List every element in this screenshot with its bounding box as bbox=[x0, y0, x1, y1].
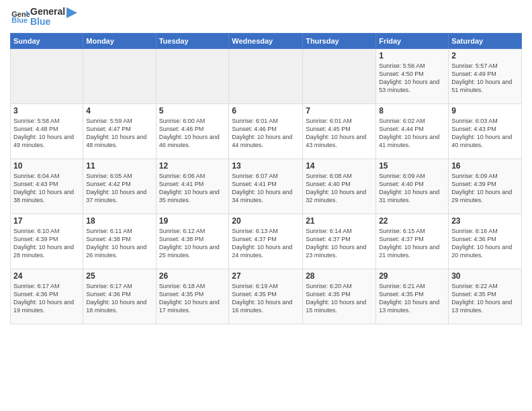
calendar-cell: 28Sunrise: 6:20 AM Sunset: 4:35 PM Dayli… bbox=[303, 269, 376, 324]
day-info: Sunrise: 6:02 AM Sunset: 4:44 PM Dayligh… bbox=[379, 117, 445, 150]
calendar-cell: 14Sunrise: 6:08 AM Sunset: 4:40 PM Dayli… bbox=[303, 158, 376, 214]
day-info: Sunrise: 5:58 AM Sunset: 4:48 PM Dayligh… bbox=[13, 117, 80, 150]
calendar-cell: 3Sunrise: 5:58 AM Sunset: 4:48 PM Daylig… bbox=[11, 103, 83, 158]
calendar-cell: 12Sunrise: 6:06 AM Sunset: 4:41 PM Dayli… bbox=[156, 158, 229, 214]
day-info: Sunrise: 6:00 AM Sunset: 4:46 PM Dayligh… bbox=[159, 117, 226, 150]
day-info: Sunrise: 6:22 AM Sunset: 4:35 PM Dayligh… bbox=[451, 282, 519, 315]
day-number: 12 bbox=[159, 161, 226, 171]
week-row-4: 17Sunrise: 6:10 AM Sunset: 4:39 PM Dayli… bbox=[11, 214, 522, 269]
week-row-1: 1Sunrise: 5:56 AM Sunset: 4:50 PM Daylig… bbox=[11, 48, 522, 103]
page: General Blue General Blue SundayMondayTu… bbox=[0, 0, 532, 411]
day-number: 17 bbox=[13, 216, 80, 226]
day-number: 18 bbox=[86, 216, 152, 226]
calendar-cell: 13Sunrise: 6:07 AM Sunset: 4:41 PM Dayli… bbox=[229, 158, 303, 214]
week-row-2: 3Sunrise: 5:58 AM Sunset: 4:48 PM Daylig… bbox=[11, 103, 522, 158]
day-info: Sunrise: 6:20 AM Sunset: 4:35 PM Dayligh… bbox=[306, 282, 373, 315]
weekday-header-thursday: Thursday bbox=[303, 33, 376, 48]
calendar-cell: 23Sunrise: 6:16 AM Sunset: 4:36 PM Dayli… bbox=[449, 214, 522, 269]
weekday-header-wednesday: Wednesday bbox=[229, 33, 303, 48]
day-info: Sunrise: 5:57 AM Sunset: 4:49 PM Dayligh… bbox=[451, 62, 519, 95]
day-info: Sunrise: 6:03 AM Sunset: 4:43 PM Dayligh… bbox=[451, 117, 519, 150]
day-info: Sunrise: 6:21 AM Sunset: 4:35 PM Dayligh… bbox=[379, 282, 445, 315]
svg-text:Blue: Blue bbox=[11, 17, 28, 25]
day-number: 1 bbox=[379, 51, 445, 60]
day-number: 27 bbox=[232, 271, 300, 281]
day-number: 29 bbox=[379, 271, 445, 281]
calendar-cell: 11Sunrise: 6:05 AM Sunset: 4:42 PM Dayli… bbox=[83, 158, 156, 214]
calendar-cell: 22Sunrise: 6:15 AM Sunset: 4:37 PM Dayli… bbox=[376, 214, 449, 269]
day-number: 3 bbox=[13, 106, 80, 116]
logo: General Blue General Blue bbox=[10, 7, 77, 28]
calendar-cell: 7Sunrise: 6:01 AM Sunset: 4:45 PM Daylig… bbox=[303, 103, 376, 158]
day-number: 11 bbox=[86, 161, 152, 171]
day-number: 14 bbox=[306, 161, 373, 171]
calendar-cell: 10Sunrise: 6:04 AM Sunset: 4:43 PM Dayli… bbox=[11, 158, 83, 214]
calendar-cell: 24Sunrise: 6:17 AM Sunset: 4:36 PM Dayli… bbox=[11, 269, 83, 324]
week-row-3: 10Sunrise: 6:04 AM Sunset: 4:43 PM Dayli… bbox=[11, 158, 522, 214]
logo-arrow-icon bbox=[66, 7, 77, 21]
day-info: Sunrise: 6:11 AM Sunset: 4:38 PM Dayligh… bbox=[86, 227, 152, 260]
calendar-cell: 17Sunrise: 6:10 AM Sunset: 4:39 PM Dayli… bbox=[11, 214, 83, 269]
calendar-cell: 21Sunrise: 6:14 AM Sunset: 4:37 PM Dayli… bbox=[303, 214, 376, 269]
day-number: 19 bbox=[159, 216, 226, 226]
day-number: 21 bbox=[306, 216, 373, 226]
day-info: Sunrise: 6:18 AM Sunset: 4:35 PM Dayligh… bbox=[159, 282, 226, 315]
calendar-cell: 30Sunrise: 6:22 AM Sunset: 4:35 PM Dayli… bbox=[449, 269, 522, 324]
day-number: 13 bbox=[232, 161, 300, 171]
calendar-cell: 27Sunrise: 6:19 AM Sunset: 4:35 PM Dayli… bbox=[229, 269, 303, 324]
calendar-cell: 2Sunrise: 5:57 AM Sunset: 4:49 PM Daylig… bbox=[449, 48, 522, 103]
day-info: Sunrise: 6:17 AM Sunset: 4:36 PM Dayligh… bbox=[13, 282, 80, 315]
calendar-cell: 19Sunrise: 6:12 AM Sunset: 4:38 PM Dayli… bbox=[156, 214, 229, 269]
day-number: 20 bbox=[232, 216, 300, 226]
calendar-cell: 29Sunrise: 6:21 AM Sunset: 4:35 PM Dayli… bbox=[376, 269, 449, 324]
day-info: Sunrise: 6:07 AM Sunset: 4:41 PM Dayligh… bbox=[232, 172, 300, 205]
day-info: Sunrise: 5:59 AM Sunset: 4:47 PM Dayligh… bbox=[86, 117, 152, 150]
calendar-cell: 4Sunrise: 5:59 AM Sunset: 4:47 PM Daylig… bbox=[83, 103, 156, 158]
weekday-header-friday: Friday bbox=[376, 33, 449, 48]
day-number: 4 bbox=[86, 106, 152, 116]
calendar-body: 1Sunrise: 5:56 AM Sunset: 4:50 PM Daylig… bbox=[11, 48, 522, 324]
day-number: 9 bbox=[451, 106, 519, 116]
day-info: Sunrise: 6:01 AM Sunset: 4:45 PM Dayligh… bbox=[306, 117, 373, 150]
day-number: 28 bbox=[306, 271, 373, 281]
day-number: 26 bbox=[159, 271, 226, 281]
day-info: Sunrise: 6:15 AM Sunset: 4:37 PM Dayligh… bbox=[379, 227, 445, 260]
day-info: Sunrise: 6:04 AM Sunset: 4:43 PM Dayligh… bbox=[13, 172, 80, 205]
day-number: 16 bbox=[451, 161, 519, 171]
calendar-cell bbox=[11, 48, 83, 103]
calendar-cell: 15Sunrise: 6:09 AM Sunset: 4:40 PM Dayli… bbox=[376, 158, 449, 214]
day-number: 25 bbox=[86, 271, 152, 281]
svg-marker-3 bbox=[66, 7, 77, 18]
calendar-cell bbox=[156, 48, 229, 103]
weekday-header-monday: Monday bbox=[83, 33, 156, 48]
day-info: Sunrise: 6:16 AM Sunset: 4:36 PM Dayligh… bbox=[451, 227, 519, 260]
day-info: Sunrise: 6:01 AM Sunset: 4:46 PM Dayligh… bbox=[232, 117, 300, 150]
calendar-cell: 16Sunrise: 6:09 AM Sunset: 4:39 PM Dayli… bbox=[449, 158, 522, 214]
day-info: Sunrise: 6:06 AM Sunset: 4:41 PM Dayligh… bbox=[159, 172, 226, 205]
day-info: Sunrise: 6:09 AM Sunset: 4:40 PM Dayligh… bbox=[379, 172, 445, 205]
logo-icon: General Blue bbox=[11, 9, 30, 24]
day-number: 23 bbox=[451, 216, 519, 226]
day-number: 6 bbox=[232, 106, 300, 116]
calendar-cell: 25Sunrise: 6:17 AM Sunset: 4:36 PM Dayli… bbox=[83, 269, 156, 324]
day-info: Sunrise: 6:08 AM Sunset: 4:40 PM Dayligh… bbox=[306, 172, 373, 205]
day-info: Sunrise: 6:05 AM Sunset: 4:42 PM Dayligh… bbox=[86, 172, 152, 205]
day-number: 30 bbox=[451, 271, 519, 281]
weekday-header-saturday: Saturday bbox=[449, 33, 522, 48]
weekday-header-tuesday: Tuesday bbox=[156, 33, 229, 48]
calendar-cell bbox=[83, 48, 156, 103]
day-info: Sunrise: 6:14 AM Sunset: 4:37 PM Dayligh… bbox=[306, 227, 373, 260]
day-info: Sunrise: 6:19 AM Sunset: 4:35 PM Dayligh… bbox=[232, 282, 300, 315]
day-info: Sunrise: 6:17 AM Sunset: 4:36 PM Dayligh… bbox=[86, 282, 152, 315]
calendar-cell: 9Sunrise: 6:03 AM Sunset: 4:43 PM Daylig… bbox=[449, 103, 522, 158]
calendar-cell: 20Sunrise: 6:13 AM Sunset: 4:37 PM Dayli… bbox=[229, 214, 303, 269]
calendar: SundayMondayTuesdayWednesdayThursdayFrid… bbox=[10, 33, 522, 324]
calendar-cell: 1Sunrise: 5:56 AM Sunset: 4:50 PM Daylig… bbox=[376, 48, 449, 103]
day-number: 22 bbox=[379, 216, 445, 226]
day-info: Sunrise: 6:09 AM Sunset: 4:39 PM Dayligh… bbox=[451, 172, 519, 205]
calendar-cell bbox=[229, 48, 303, 103]
calendar-cell: 5Sunrise: 6:00 AM Sunset: 4:46 PM Daylig… bbox=[156, 103, 229, 158]
day-number: 15 bbox=[379, 161, 445, 171]
calendar-cell bbox=[303, 48, 376, 103]
day-number: 24 bbox=[13, 271, 80, 281]
